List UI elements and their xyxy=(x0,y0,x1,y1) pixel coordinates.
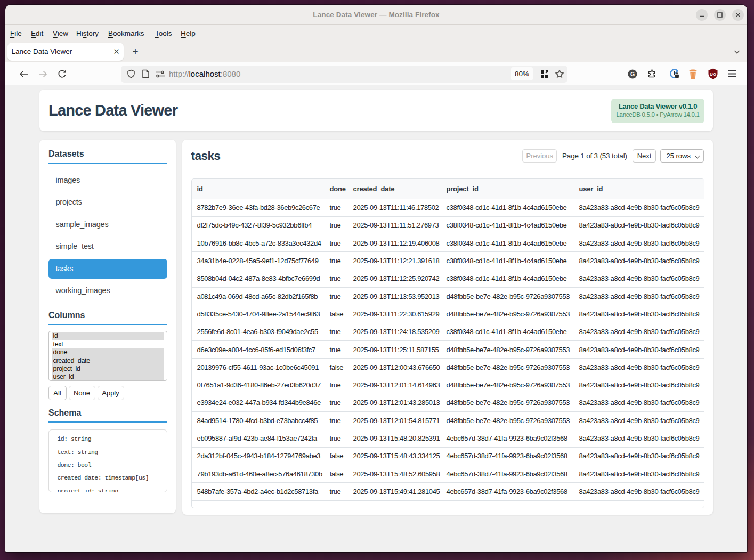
svg-text:UO: UO xyxy=(710,72,716,77)
svg-text:G: G xyxy=(630,71,635,77)
